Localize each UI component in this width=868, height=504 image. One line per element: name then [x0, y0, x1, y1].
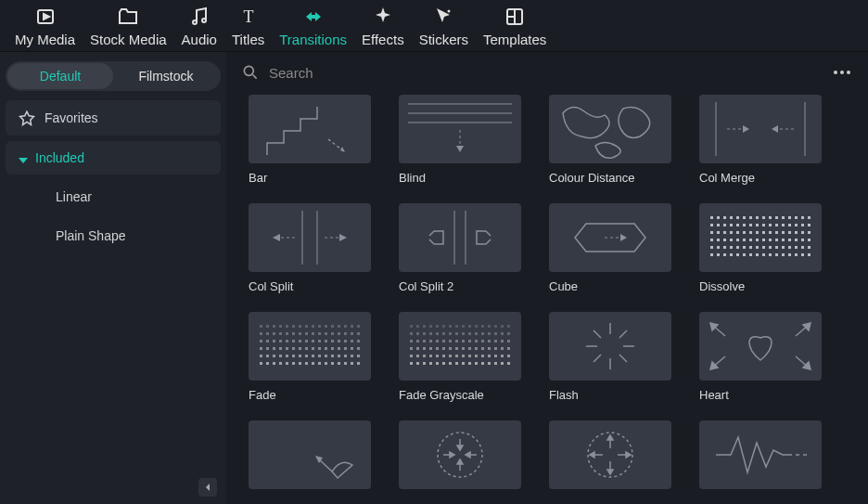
svg-rect-299 — [429, 355, 432, 357]
svg-rect-155 — [279, 332, 282, 335]
svg-rect-287 — [455, 347, 458, 350]
transition-thumb[interactable] — [699, 312, 822, 381]
svg-rect-82 — [775, 231, 778, 234]
svg-marker-18 — [340, 147, 345, 152]
svg-rect-259 — [481, 332, 484, 335]
svg-rect-284 — [436, 347, 439, 350]
svg-rect-159 — [305, 332, 308, 335]
tab-my-media[interactable]: My Media — [7, 6, 83, 47]
svg-rect-322 — [475, 362, 478, 365]
transition-thumb[interactable] — [249, 312, 371, 381]
svg-rect-186 — [273, 347, 275, 350]
svg-rect-233 — [416, 325, 419, 328]
svg-rect-241 — [468, 325, 471, 328]
svg-rect-236 — [436, 325, 439, 328]
transition-thumb[interactable] — [699, 203, 822, 272]
svg-rect-254 — [449, 332, 452, 335]
svg-rect-204 — [286, 355, 288, 357]
svg-rect-195 — [331, 347, 334, 350]
svg-rect-74 — [723, 231, 726, 234]
svg-rect-245 — [494, 325, 497, 328]
tab-templates[interactable]: Templates — [476, 6, 554, 47]
svg-rect-316 — [436, 362, 439, 365]
transition-thumb[interactable] — [699, 420, 822, 489]
svg-rect-277 — [494, 340, 497, 342]
tab-titles[interactable]: T Titles — [224, 6, 272, 47]
svg-rect-53 — [795, 216, 798, 219]
svg-rect-306 — [475, 355, 478, 357]
svg-point-15 — [840, 71, 844, 74]
transition-label: Dissolve — [699, 279, 822, 293]
pill-default[interactable]: Default — [7, 63, 113, 89]
tab-label: Stickers — [419, 32, 468, 47]
transition-thumb[interactable] — [699, 95, 822, 163]
sidebar-item-plain-shape[interactable]: Plain Shape — [6, 219, 221, 252]
svg-rect-264 — [410, 340, 413, 342]
transition-thumb[interactable] — [399, 203, 521, 272]
svg-rect-85 — [795, 231, 798, 234]
svg-rect-48 — [762, 216, 765, 219]
transition-thumb[interactable] — [549, 312, 671, 381]
svg-rect-180 — [338, 340, 340, 342]
svg-point-2 — [193, 20, 197, 24]
svg-marker-1 — [44, 14, 49, 19]
svg-rect-115 — [782, 246, 785, 249]
svg-rect-173 — [292, 340, 295, 342]
svg-rect-45 — [743, 216, 746, 219]
svg-rect-276 — [488, 340, 491, 342]
svg-rect-174 — [299, 340, 301, 342]
more-button[interactable] — [831, 61, 853, 84]
transition-thumb[interactable] — [399, 312, 521, 381]
svg-rect-177 — [318, 340, 321, 342]
svg-rect-138 — [273, 325, 275, 328]
transition-thumb[interactable] — [549, 95, 671, 163]
transition-thumb[interactable] — [399, 95, 521, 163]
svg-rect-189 — [292, 347, 295, 350]
svg-rect-97 — [769, 239, 772, 241]
search-input[interactable] — [269, 65, 823, 81]
sidebar-item-favorites[interactable]: Favorites — [6, 100, 221, 136]
transition-thumb[interactable] — [399, 420, 521, 489]
svg-rect-70 — [801, 224, 804, 226]
sidebar-item-included[interactable]: Included — [6, 141, 221, 174]
svg-rect-66 — [775, 224, 778, 226]
music-icon — [188, 6, 211, 28]
svg-point-3 — [202, 19, 206, 22]
svg-rect-50 — [775, 216, 778, 219]
tab-stock-media[interactable]: Stock Media — [83, 6, 174, 47]
svg-rect-278 — [501, 340, 504, 342]
svg-rect-76 — [736, 231, 739, 234]
svg-rect-68 — [788, 224, 791, 226]
svg-marker-9 — [20, 111, 34, 124]
transition-thumb[interactable] — [549, 203, 671, 272]
tab-audio[interactable]: Audio — [174, 6, 224, 47]
tab-stickers[interactable]: Stickers — [412, 6, 476, 47]
tab-transitions[interactable]: Transitions — [272, 6, 354, 47]
svg-rect-109 — [743, 246, 746, 249]
collapse-sidebar-button[interactable] — [198, 478, 217, 497]
media-icon — [34, 6, 57, 28]
transition-cell-cube: Cube — [549, 203, 671, 293]
svg-rect-197 — [344, 347, 347, 350]
svg-rect-116 — [788, 246, 791, 249]
svg-rect-327 — [507, 362, 510, 365]
svg-rect-65 — [769, 224, 772, 226]
transition-thumb[interactable] — [249, 420, 371, 489]
svg-rect-318 — [449, 362, 452, 365]
svg-rect-251 — [429, 332, 432, 335]
tab-effects[interactable]: Effects — [354, 6, 412, 47]
pill-filmstock[interactable]: Filmstock — [113, 63, 219, 89]
transition-cell-fade-grayscale: Fade Grayscale — [399, 312, 521, 402]
sidebar-item-linear[interactable]: Linear — [6, 180, 221, 213]
transition-cell-col-split-2: Col Split 2 — [399, 203, 521, 293]
svg-rect-183 — [357, 340, 360, 342]
transition-cell-flash: Flash — [549, 312, 671, 402]
transition-thumb[interactable] — [549, 420, 671, 489]
svg-rect-263 — [507, 332, 510, 335]
svg-rect-225 — [318, 362, 321, 365]
transition-thumb[interactable] — [249, 203, 371, 272]
transition-thumb[interactable] — [249, 95, 371, 163]
svg-rect-40 — [710, 216, 713, 219]
svg-rect-107 — [730, 246, 733, 249]
svg-rect-289 — [468, 347, 471, 350]
